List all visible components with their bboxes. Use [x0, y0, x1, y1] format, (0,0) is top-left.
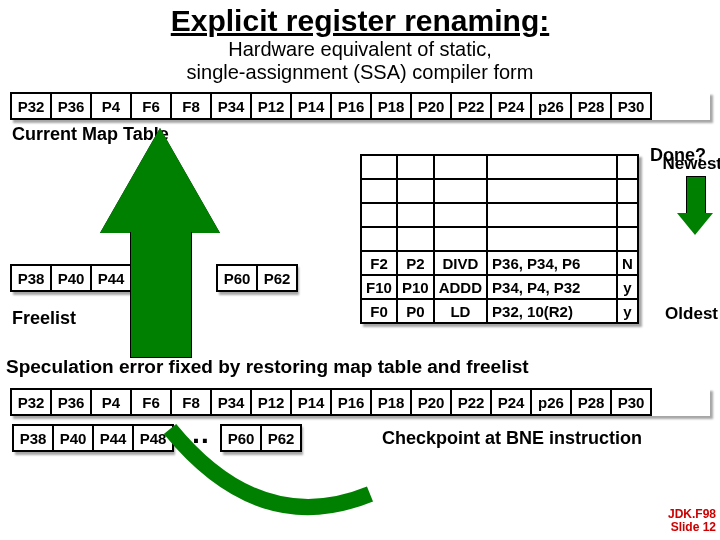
table-cell	[397, 203, 434, 227]
register-cell: P22	[450, 388, 492, 416]
table-cell	[397, 227, 434, 251]
table-cell	[397, 179, 434, 203]
register-cell: P30	[610, 388, 652, 416]
instruction-table: F2P2DIVDP36, P34, P6NF10P10ADDDP34, P4, …	[360, 154, 639, 324]
register-cell: P24	[490, 388, 532, 416]
register-cell: P4	[90, 388, 132, 416]
table-cell	[434, 155, 487, 179]
table-cell	[434, 227, 487, 251]
register-cell: P36	[50, 388, 92, 416]
footer-line-1: JDK.F98	[668, 507, 716, 521]
table-cell	[487, 155, 617, 179]
table-cell: y	[617, 275, 638, 299]
table-cell	[487, 179, 617, 203]
register-cell: P38	[10, 264, 52, 292]
table-cell: N	[617, 251, 638, 275]
table-cell	[617, 227, 638, 251]
newest-label: Newest	[662, 154, 720, 174]
map-table-row: P32P36P4F6F8P34P12P14P16P18P20P22P24p26P…	[10, 92, 710, 120]
register-cell: P60	[216, 264, 258, 292]
table-cell: F10	[361, 275, 397, 299]
table-cell: P10	[397, 275, 434, 299]
register-cell: P44	[90, 264, 132, 292]
register-cell: P40	[50, 264, 92, 292]
register-cell: P30	[610, 92, 652, 120]
register-cell: P32	[10, 388, 52, 416]
table-row	[361, 203, 638, 227]
table-row	[361, 179, 638, 203]
register-cell: P62	[256, 264, 298, 292]
slide-subtitle: Hardware equivalent of static, single-as…	[0, 38, 720, 84]
slide-title: Explicit register renaming:	[0, 0, 720, 38]
table-cell	[434, 203, 487, 227]
register-cell: F8	[170, 92, 212, 120]
register-cell: p26	[530, 388, 572, 416]
table-cell	[617, 179, 638, 203]
table-cell	[361, 227, 397, 251]
register-cell: P18	[370, 92, 412, 120]
curved-arrow-icon	[140, 339, 420, 529]
table-cell: DIVD	[434, 251, 487, 275]
register-cell: P16	[330, 92, 372, 120]
table-cell	[617, 155, 638, 179]
table-row	[361, 227, 638, 251]
table-cell: F2	[361, 251, 397, 275]
subtitle-line-1: Hardware equivalent of static,	[228, 38, 491, 60]
table-cell	[487, 227, 617, 251]
register-cell: P40	[52, 424, 94, 452]
subtitle-line-2: single-assignment (SSA) compiler form	[187, 61, 534, 83]
table-row: F0P0LDP32, 10(R2)y	[361, 299, 638, 323]
register-cell: P34	[210, 92, 252, 120]
table-cell	[434, 179, 487, 203]
register-cell: P36	[50, 92, 92, 120]
register-cell: F6	[130, 92, 172, 120]
table-cell: P34, P4, P32	[487, 275, 617, 299]
table-cell	[361, 179, 397, 203]
table-cell	[617, 203, 638, 227]
register-cell: P14	[290, 92, 332, 120]
register-cell: P20	[410, 92, 452, 120]
freelist-label: Freelist	[12, 308, 76, 329]
register-cell: P28	[570, 92, 612, 120]
table-cell: y	[617, 299, 638, 323]
table-cell	[397, 155, 434, 179]
register-cell: P44	[92, 424, 134, 452]
table-cell: F0	[361, 299, 397, 323]
footer-line-2: Slide 12	[671, 520, 716, 534]
register-cell: P22	[450, 92, 492, 120]
table-cell: P2	[397, 251, 434, 275]
register-cell: P12	[250, 92, 292, 120]
table-cell: LD	[434, 299, 487, 323]
register-cell: P4	[90, 92, 132, 120]
table-row: F10P10ADDDP34, P4, P32y	[361, 275, 638, 299]
table-cell: P32, 10(R2)	[487, 299, 617, 323]
register-cell: P28	[570, 388, 612, 416]
table-cell: P0	[397, 299, 434, 323]
register-cell: P38	[12, 424, 54, 452]
table-cell	[361, 203, 397, 227]
slide-footer: JDK.F98 Slide 12	[668, 508, 716, 534]
register-cell: p26	[530, 92, 572, 120]
register-cell: P24	[490, 92, 532, 120]
table-cell	[487, 203, 617, 227]
table-cell: P36, P34, P6	[487, 251, 617, 275]
table-cell	[361, 155, 397, 179]
register-cell: P32	[10, 92, 52, 120]
oldest-label: Oldest	[665, 304, 718, 324]
table-row: F2P2DIVDP36, P34, P6N	[361, 251, 638, 275]
table-cell: ADDD	[434, 275, 487, 299]
table-row	[361, 155, 638, 179]
